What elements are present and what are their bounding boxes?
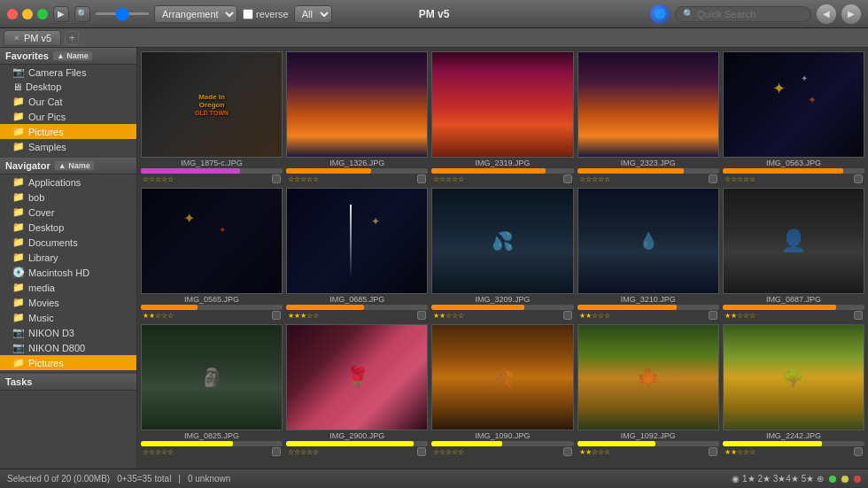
image-checkbox[interactable] [563, 311, 572, 320]
sidebar-item-samples[interactable]: 📁 Samples [0, 139, 136, 154]
navigator-header: Navigator ▲ Name [0, 158, 136, 174]
globe-icon[interactable]: 🌐 [650, 4, 670, 24]
image-checkbox[interactable] [272, 174, 281, 183]
image-cell[interactable]: IMG_2323.JPG ☆☆☆☆☆ [577, 51, 719, 184]
star-rating: ★★☆☆☆ [143, 312, 174, 320]
image-cell[interactable]: 🌹 IMG_2900.JPG ☆☆☆☆☆ [286, 324, 428, 457]
window-title: PM v5 [419, 8, 450, 20]
image-cell[interactable]: IMG_1326.JPG ☆☆☆☆☆ [286, 51, 428, 184]
sidebar-item-cover[interactable]: 📁 Cover [0, 205, 136, 220]
image-checkbox[interactable] [417, 311, 426, 320]
quick-search-input[interactable] [697, 9, 803, 19]
sidebar-item-music[interactable]: 📁 Music [0, 310, 136, 325]
sidebar-item-label: Our Pics [28, 112, 66, 122]
image-cell[interactable]: ✦✦✦ IMG_0563.JPG ☆☆☆☆☆ [723, 51, 864, 184]
folder-icon: 📁 [12, 236, 25, 248]
image-meta: ☆☆☆☆☆ [141, 174, 283, 184]
image-cell[interactable]: Made inOregonOLD TOWN IMG_1875-c.JPG ☆☆☆… [141, 51, 283, 184]
image-meta: ☆☆☆☆☆ [141, 446, 283, 457]
image-cell[interactable]: 🍂 IMG_1090.JPG ☆☆☆☆☆ [431, 324, 573, 457]
sidebar-item-pictures-nav[interactable]: 📁 Pictures [0, 355, 136, 370]
reverse-checkbox[interactable] [243, 9, 253, 19]
image-checkbox[interactable] [854, 174, 863, 183]
folder-icon: 📁 [12, 297, 25, 308]
sidebar-item-pictures-fav[interactable]: 📁 Pictures [0, 124, 136, 139]
sidebar-item-nikon-d800[interactable]: 📷 NIKON D800 [0, 340, 136, 355]
folder-icon: 📁 [12, 282, 25, 293]
image-cell[interactable]: 🗿 IMG_0825.JPG ☆☆☆☆☆ [141, 324, 283, 457]
image-checkbox[interactable] [854, 311, 863, 320]
image-meta: ★★☆☆☆ [577, 446, 719, 457]
folder-icon: 🖥 [12, 81, 22, 92]
star-rating: ☆☆☆☆☆ [579, 175, 610, 183]
selection-info: Selected 0 of 20 (0.00MB) [7, 474, 110, 484]
folder-icon: 📁 [12, 206, 25, 218]
image-cell[interactable]: 🌳 IMG_2242.JPG ★★☆☆☆ [723, 324, 864, 457]
main-tab[interactable]: ✕ PM v5 [4, 30, 61, 46]
sidebar-item-documents[interactable]: 📁 Documents [0, 235, 136, 250]
image-checkbox[interactable] [854, 447, 863, 456]
image-cell[interactable]: 💧 IMG_3210.JPG ★★☆☆☆ [577, 188, 719, 321]
rating-fill [431, 441, 502, 446]
image-checkbox[interactable] [272, 447, 281, 456]
new-tab-button[interactable]: + [65, 31, 79, 45]
sidebar-item-our-pics[interactable]: 📁 Our Pics [0, 109, 136, 124]
image-meta: ☆☆☆☆☆ [577, 174, 719, 184]
image-checkbox[interactable] [272, 311, 281, 320]
image-cell[interactable]: 🍁 IMG_1092.JPG ★★☆☆☆ [577, 324, 719, 457]
sidebar-item-media[interactable]: 📁 media [0, 280, 136, 295]
image-cell[interactable]: ✦✦ IMG_0565.JPG ★★☆☆☆ [141, 188, 283, 321]
image-cell[interactable]: ✦ IMG_0685.JPG ★★★☆☆ [286, 188, 428, 321]
action-icon-left[interactable]: ◀ [817, 4, 836, 24]
image-meta: ★★★☆☆ [286, 310, 428, 321]
image-checkbox[interactable] [417, 447, 426, 456]
image-checkbox[interactable] [709, 447, 717, 456]
folder-icon: 📁 [12, 126, 25, 137]
status-dot-yellow [841, 476, 849, 483]
rating-fill [141, 305, 198, 310]
sidebar-item-bob[interactable]: 📁 bob [0, 190, 136, 205]
rating-bar [141, 441, 283, 446]
rating-bar [577, 168, 719, 174]
zoom-slider[interactable] [96, 12, 149, 15]
sidebar-item-nikon-d3[interactable]: 📷 NIKON D3 [0, 325, 136, 340]
sidebar-item-label: Pictures [28, 358, 64, 368]
star-rating: ★★☆☆☆ [725, 448, 756, 456]
sidebar-item-applications[interactable]: 📁 Applications [0, 174, 136, 190]
image-checkbox[interactable] [563, 447, 572, 456]
camera-icon: 📷 [12, 327, 25, 338]
favorites-header: Favorites ▲ Name [0, 48, 136, 65]
favorites-sort[interactable]: ▲ Name [52, 50, 93, 61]
search-tool[interactable]: 🔍 [74, 6, 90, 22]
sidebar-item-library[interactable]: 📁 Library [0, 250, 136, 265]
image-checkbox[interactable] [709, 174, 717, 183]
filter-select[interactable]: All [294, 5, 332, 23]
sidebar-item-desktop-fav[interactable]: 🖥 Desktop [0, 80, 136, 94]
image-meta: ☆☆☆☆☆ [286, 446, 428, 457]
arrangement-select[interactable]: Arrangement [154, 5, 237, 23]
action-icon-right[interactable]: ▶ [841, 4, 861, 24]
pointer-tool[interactable]: ▶ [53, 6, 69, 22]
image-cell[interactable]: IMG_2319.JPG ☆☆☆☆☆ [431, 51, 573, 184]
minimize-button[interactable] [22, 9, 33, 19]
close-button[interactable] [7, 9, 18, 19]
favorites-label: Favorites [5, 50, 49, 61]
image-checkbox[interactable] [563, 174, 572, 183]
maximize-button[interactable] [37, 9, 48, 19]
sidebar-item-label: Our Cat [28, 97, 63, 107]
navigator-sort[interactable]: ▲ Name [54, 160, 95, 171]
image-checkbox[interactable] [417, 174, 426, 183]
image-cell[interactable]: 💦 IMG_3209.JPG ★★☆☆☆ [431, 188, 573, 321]
sidebar-item-desktop-nav[interactable]: 📁 Desktop [0, 220, 136, 235]
sidebar-item-camera-files[interactable]: 📷 Camera Files [0, 65, 136, 80]
image-checkbox[interactable] [709, 311, 717, 320]
sidebar-item-label: Documents [28, 237, 78, 248]
sidebar-item-macintosh-hd[interactable]: 💽 Macintosh HD [0, 265, 136, 280]
image-filename: IMG_2319.JPG [431, 159, 573, 167]
image-cell[interactable]: 👤 IMG_0887.JPG ★★☆☆☆ [723, 188, 864, 321]
sidebar-item-our-cat[interactable]: 📁 Our Cat [0, 94, 136, 109]
rating-bar [723, 441, 864, 446]
tab-close-button[interactable]: ✕ [13, 34, 20, 43]
rating-bar [723, 305, 864, 310]
sidebar-item-movies[interactable]: 📁 Movies [0, 295, 136, 310]
